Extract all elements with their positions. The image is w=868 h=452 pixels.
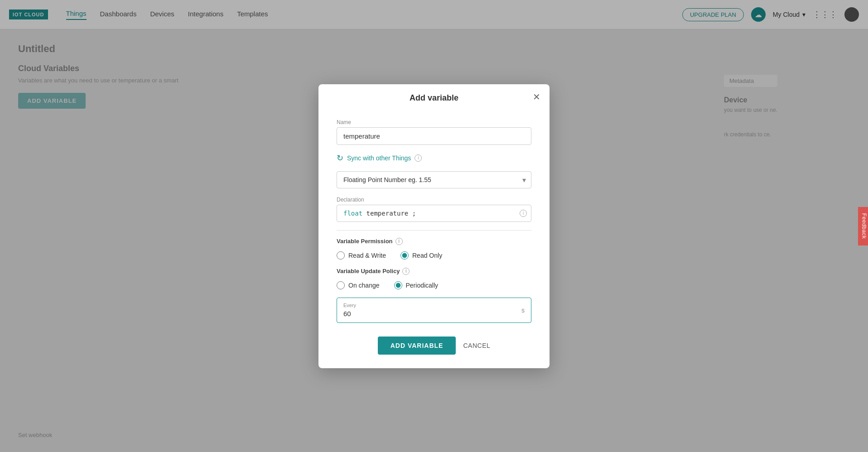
modal-close-button[interactable]: ✕ [533, 92, 540, 101]
on-change-label: On change [348, 282, 380, 289]
update-policy-info-icon[interactable]: i [402, 268, 410, 275]
add-variable-submit-button[interactable]: ADD VARIABLE [378, 337, 456, 355]
update-policy-heading: Variable Update Policy i [337, 268, 531, 275]
read-write-radio[interactable] [337, 251, 345, 260]
declaration-keyword: float [343, 210, 362, 217]
every-input[interactable] [343, 310, 412, 317]
update-policy-radio-group: On change Periodically [337, 281, 531, 289]
declaration-label: Declaration [337, 197, 531, 203]
read-only-label: Read Only [412, 252, 442, 259]
sync-info-icon[interactable]: i [415, 154, 422, 162]
divider [337, 230, 531, 231]
declaration-box: Declaration float temperature ; i [337, 197, 531, 222]
cancel-button[interactable]: CANCEL [463, 342, 490, 349]
add-variable-modal: Add variable ✕ Name ↻ Sync with other Th… [318, 84, 550, 368]
update-policy-label: Variable Update Policy [337, 268, 400, 274]
modal-title: Add variable [410, 93, 458, 103]
feedback-tab[interactable]: Feedback [858, 207, 868, 245]
modal-header: Add variable ✕ [318, 84, 550, 110]
name-label: Name [337, 119, 531, 125]
read-only-option[interactable]: Read Only [400, 251, 442, 260]
every-field-group: Every [343, 303, 429, 318]
every-box: Every s [337, 298, 531, 323]
permission-label: Variable Permission [337, 238, 393, 245]
modal-body: Name ↻ Sync with other Things i Floating… [318, 110, 550, 337]
every-label: Every [343, 303, 429, 308]
read-write-label: Read & Write [348, 252, 386, 259]
on-change-option[interactable]: On change [337, 281, 380, 289]
periodically-option[interactable]: Periodically [394, 281, 439, 289]
declaration-info-icon[interactable]: i [520, 210, 527, 217]
name-input[interactable] [337, 127, 531, 145]
every-unit: s [521, 307, 525, 314]
read-only-radio[interactable] [400, 251, 409, 260]
read-write-option[interactable]: Read & Write [337, 251, 386, 260]
permission-info-icon[interactable]: i [395, 238, 403, 245]
type-select-wrapper: Floating Point Number eg. 1.55 ▾ [337, 171, 531, 188]
declaration-varname: temperature ; [362, 210, 416, 217]
periodically-label: Periodically [406, 282, 439, 289]
sync-link[interactable]: Sync with other Things [347, 154, 411, 162]
permission-heading: Variable Permission i [337, 238, 531, 245]
modal-overlay: Add variable ✕ Name ↻ Sync with other Th… [0, 0, 868, 452]
type-select[interactable]: Floating Point Number eg. 1.55 [337, 171, 531, 188]
modal-footer: ADD VARIABLE CANCEL [318, 337, 550, 368]
periodically-radio[interactable] [394, 281, 402, 289]
sync-icon: ↻ [337, 153, 343, 163]
on-change-radio[interactable] [337, 281, 345, 289]
sync-row: ↻ Sync with other Things i [337, 153, 531, 163]
permission-radio-group: Read & Write Read Only [337, 251, 531, 260]
name-field-group: Name [337, 119, 531, 145]
